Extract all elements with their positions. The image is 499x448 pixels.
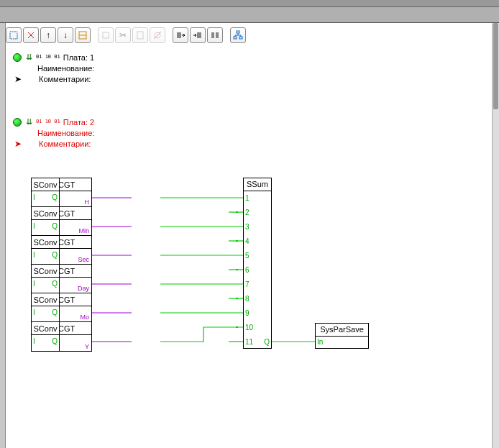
sysparsave-pin-in: In <box>317 338 323 346</box>
sconv-pin-in: I <box>33 308 35 316</box>
ssum-pin: 8 <box>245 295 249 303</box>
vertical-scrollbar[interactable] <box>492 23 499 448</box>
svg-rect-12 <box>216 32 219 38</box>
board-name-label: Наименование: <box>37 64 94 73</box>
tool-tree-icon[interactable] <box>230 27 246 43</box>
board-2-header: ⇊ 01 10 01 Плата: 2 Наименование: ➤ Комм… <box>13 116 94 149</box>
sconv-header: SConv <box>32 178 59 191</box>
ssum-pin: 2 <box>245 209 249 216</box>
ssum-block[interactable]: SSum 1 2 3 4 5 6 7 8 9 10 11 Q <box>243 178 272 349</box>
sconv-pin-in: I <box>33 251 35 259</box>
tool-select-icon[interactable] <box>6 27 22 43</box>
tool-import-icon[interactable] <box>190 27 206 43</box>
svg-rect-6 <box>137 32 143 39</box>
bits-icon: 01 10 01 <box>36 55 60 59</box>
svg-rect-13 <box>237 31 239 33</box>
status-dot-icon <box>13 53 22 62</box>
sconv-pin-out: Q <box>52 251 58 259</box>
window-titlebar <box>0 0 499 7</box>
sconv-row-title: SConv <box>32 207 59 220</box>
board-name-label: Наименование: <box>37 129 94 137</box>
cursor-icon: ➤ <box>13 139 23 149</box>
rtcgt-pin-out: Sec <box>78 256 89 263</box>
ssum-pin: 5 <box>245 252 249 260</box>
sconv-row-title: SConv <box>32 322 59 335</box>
sconv-pin-out: Q <box>52 308 58 316</box>
sconv-block[interactable]: SConv I Q SConvIQ SConvIQ SConvIQ SConvI… <box>31 178 60 352</box>
ruler-bar <box>0 7 499 23</box>
board-comment-label: Комментарии: <box>39 75 91 83</box>
svg-rect-5 <box>103 32 109 38</box>
sconv-row-title: SConv <box>32 293 59 306</box>
down-arrows-icon: ⇊ <box>24 52 33 63</box>
sysparsave-block[interactable]: SysParSave In <box>315 323 369 349</box>
svg-rect-15 <box>239 37 242 39</box>
sconv-pin-out: Q <box>52 193 58 201</box>
sconv-pin-in: I <box>33 222 35 230</box>
svg-rect-9 <box>177 32 181 38</box>
sconv-pin-in: I <box>33 280 35 288</box>
diagram-canvas[interactable]: ⇊ 01 10 01 Плата: 1 Наименование: ➤ Комм… <box>6 45 492 441</box>
left-gutter <box>0 23 6 448</box>
scroll-thumb[interactable] <box>493 23 498 109</box>
ssum-pin: 9 <box>245 309 249 317</box>
sconv-pin-out: Q <box>52 280 58 288</box>
sconv-pin-in: I <box>33 193 35 201</box>
svg-rect-11 <box>211 32 214 38</box>
sconv-pin-in: I <box>33 337 35 345</box>
rtcgt-pin-out: Mo <box>80 314 89 321</box>
sysparsave-header: SysParSave <box>316 324 368 337</box>
tool-paste-icon <box>132 27 148 43</box>
board-1-header: ⇊ 01 10 01 Плата: 1 Наименование: ➤ Комм… <box>13 52 94 84</box>
ssum-pin-out: Q <box>264 338 270 346</box>
down-arrows-icon: ⇊ <box>24 117 33 127</box>
toolbar: ↑ ↓ ✂ <box>0 23 499 47</box>
tool-down-icon[interactable]: ↓ <box>58 27 73 43</box>
tool-block-icon[interactable] <box>75 27 91 43</box>
cursor-icon: ➤ <box>13 74 23 84</box>
rtcgt-pin-out: Day <box>78 285 89 292</box>
ssum-pin: 6 <box>245 266 249 274</box>
board-title: Плата: 1 <box>63 53 94 62</box>
rtcgt-pin-out: Min <box>78 227 89 234</box>
ssum-pin: 7 <box>245 280 249 288</box>
board-title: Плата: 2 <box>63 118 94 127</box>
tool-copy-icon <box>98 27 114 43</box>
ssum-header: SSum <box>244 178 271 191</box>
bits-icon: 01 10 01 <box>36 120 60 124</box>
tool-export-icon[interactable] <box>173 27 188 43</box>
tool-library-icon[interactable] <box>207 27 223 43</box>
ssum-pin: 4 <box>245 237 249 245</box>
ssum-pin: 10 <box>245 324 253 332</box>
sconv-pin-out: Q <box>52 222 58 230</box>
tool-up-icon[interactable]: ↑ <box>40 27 56 43</box>
status-dot-icon <box>13 118 22 127</box>
ssum-pin: 11 <box>245 338 253 346</box>
rtcgt-pin-out: Y <box>85 343 89 350</box>
sconv-row-title: SConv <box>32 265 59 278</box>
rtcgt-pin-out: H <box>85 198 90 206</box>
tool-connector-icon[interactable] <box>23 27 39 43</box>
svg-rect-10 <box>197 32 201 38</box>
tool-hide-icon <box>150 27 165 43</box>
ssum-pin: 1 <box>245 194 249 202</box>
sconv-row-title: SConv <box>32 236 59 249</box>
tool-cut-icon: ✂ <box>115 27 131 43</box>
ssum-pin: 3 <box>245 223 249 231</box>
svg-rect-14 <box>234 37 237 39</box>
board-comment-label: Комментарии: <box>39 140 91 148</box>
sconv-pin-out: Q <box>52 337 58 345</box>
svg-rect-0 <box>10 32 17 39</box>
